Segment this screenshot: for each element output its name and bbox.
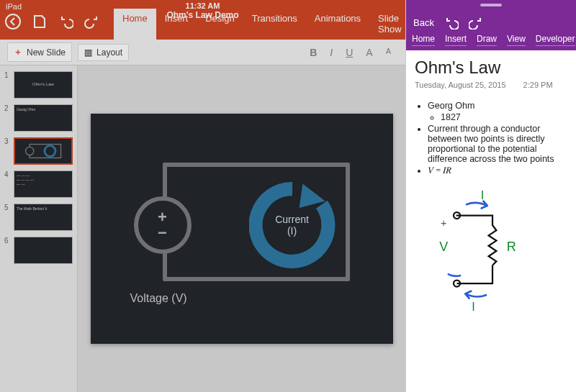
list-item: 1827	[441, 112, 567, 122]
tab-animations[interactable]: Animations	[306, 9, 369, 40]
file-icon[interactable]	[32, 14, 48, 29]
back-button[interactable]: Back	[413, 17, 434, 28]
new-slide-button[interactable]: ＋ New Slide	[7, 42, 72, 62]
slide-thumbnail[interactable]: The Math Behind It	[14, 204, 73, 231]
current-label: Current (I)	[271, 214, 314, 237]
list-item: 𝑉 = 𝐼𝑅	[428, 165, 567, 176]
back-circle-icon[interactable]	[4, 13, 22, 30]
layout-button[interactable]: ▥ Layout	[78, 44, 129, 61]
thumb-number: 2	[4, 104, 10, 132]
format-controls: B I U A A	[310, 47, 398, 58]
ppt-ribbon-tabs: Home Insert Design Transitions Animation…	[114, 9, 410, 40]
page-date: Tuesday, August 25, 2015	[415, 81, 506, 89]
plus-icon: ＋	[14, 46, 22, 58]
voltage-source: + −	[134, 196, 192, 254]
thumb-number: 4	[4, 170, 10, 198]
ppt-header: iPad 11:32 AM Ohm's Law Demo Home Insert…	[0, 0, 405, 40]
svg-point-3	[45, 145, 55, 156]
redo-icon[interactable]	[84, 14, 99, 29]
page-title[interactable]: Ohm's Law	[415, 58, 567, 78]
page-time: 2:29 PM	[523, 81, 553, 89]
list-item: Current through a conductor between two …	[428, 124, 567, 164]
new-slide-label: New Slide	[27, 47, 66, 58]
tab-design[interactable]: Design	[197, 9, 243, 40]
redo-icon[interactable]	[469, 15, 483, 29]
italic-button[interactable]: I	[330, 47, 333, 58]
svg-point-0	[6, 14, 20, 29]
font-highlight-button[interactable]: A	[386, 47, 391, 58]
powerpoint-app: iPad 11:32 AM Ohm's Law Demo Home Insert…	[0, 0, 405, 392]
ppt-toolbar: ＋ New Slide ▥ Layout B I U A A	[0, 40, 405, 65]
slide-thumbnail[interactable]: — — —— — — —— —	[14, 170, 73, 198]
tab-developer[interactable]: Developer	[536, 34, 575, 46]
layout-label: Layout	[96, 47, 122, 58]
svg-text:V: V	[439, 240, 448, 254]
layout-icon: ▥	[84, 47, 92, 58]
slide-thumbnails: 1Ohm's Law 2Georg Ohm 3 4— — —— — — —— —…	[0, 65, 78, 392]
svg-text:I: I	[472, 300, 475, 313]
thumb-number: 1	[4, 71, 10, 99]
plus-icon: +	[158, 211, 167, 224]
tab-home[interactable]: Home	[114, 9, 156, 40]
tab-view[interactable]: View	[507, 34, 526, 46]
minus-icon: −	[158, 227, 167, 240]
current-arrow: Current (I)	[249, 182, 336, 268]
svg-text:I: I	[481, 188, 485, 201]
svg-point-2	[25, 147, 33, 155]
ppt-body: 1Ohm's Law 2Georg Ohm 3 4— — —— — — —— —…	[0, 65, 405, 392]
slideover-handle[interactable]	[480, 4, 502, 6]
onenote-page[interactable]: Ohm's Law Tuesday, August 25, 2015 2:29 …	[406, 50, 576, 392]
tab-slideshow[interactable]: Slide Show	[369, 9, 410, 40]
svg-text:R: R	[507, 240, 516, 254]
device-label: iPad	[6, 2, 22, 11]
slide-thumbnail[interactable]: Georg Ohm	[14, 104, 73, 132]
undo-icon[interactable]	[58, 14, 73, 29]
thumb-number: 5	[4, 204, 10, 231]
slide-thumbnail[interactable]	[14, 137, 73, 165]
note-content[interactable]: Georg Ohm 1827 Current through a conduct…	[415, 101, 567, 176]
undo-icon[interactable]	[444, 15, 459, 29]
tab-insert[interactable]: Insert	[156, 9, 197, 40]
svg-text:+: +	[441, 217, 446, 229]
tab-home[interactable]: Home	[412, 34, 435, 46]
slide-content: + − Current (I) Voltage (V)	[91, 114, 393, 344]
onenote-app: Back Home Insert Draw View Developer Ohm…	[405, 0, 576, 392]
slide-canvas[interactable]: + − Current (I) Voltage (V)	[78, 65, 405, 392]
voltage-label: Voltage (V)	[130, 292, 187, 305]
circuit-sketch: I I + V R	[415, 186, 544, 316]
tab-draw[interactable]: Draw	[477, 34, 497, 46]
bold-button[interactable]: B	[310, 47, 317, 58]
tab-transitions[interactable]: Transitions	[243, 9, 306, 40]
thumb-number: 3	[4, 137, 10, 165]
font-color-button[interactable]: A	[366, 47, 372, 58]
slide-thumbnail[interactable]	[14, 237, 73, 264]
onenote-header: Back Home Insert Draw View Developer	[406, 0, 576, 50]
slide-thumbnail[interactable]: Ohm's Law	[14, 71, 73, 99]
onenote-tabs: Home Insert Draw View Developer	[406, 34, 576, 50]
underline-button[interactable]: U	[346, 47, 353, 58]
list-item: Georg Ohm 1827	[428, 101, 567, 122]
thumb-number: 6	[4, 237, 10, 264]
tab-insert[interactable]: Insert	[445, 34, 467, 46]
